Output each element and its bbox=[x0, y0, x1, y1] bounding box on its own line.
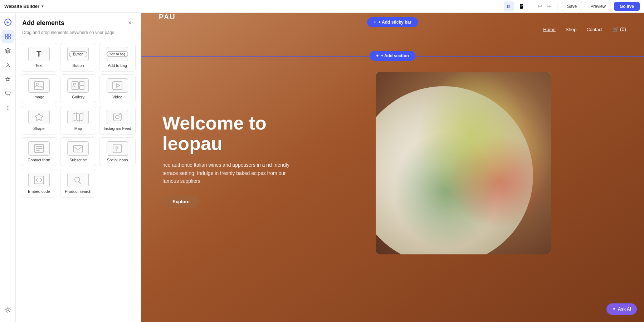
nav-link-shop[interactable]: Shop bbox=[566, 27, 576, 32]
element-icon-map bbox=[67, 110, 89, 124]
ask-ai-label: Ask AI bbox=[618, 307, 631, 312]
food-image-bg bbox=[376, 72, 551, 254]
svg-rect-4 bbox=[8, 37, 10, 39]
sidebar-item-settings[interactable] bbox=[1, 303, 14, 316]
svg-point-10 bbox=[7, 309, 9, 311]
redo-btn[interactable]: ↪ bbox=[545, 2, 553, 10]
element-item-contact-form[interactable]: Contact form bbox=[21, 137, 57, 166]
element-item-product-search[interactable]: Product search bbox=[60, 169, 97, 197]
element-item-button[interactable]: Button Button bbox=[60, 43, 97, 72]
sidebar-item-logo[interactable] bbox=[1, 16, 14, 29]
element-label-social-icons: Social icons bbox=[107, 158, 128, 162]
cart-icon[interactable]: 🛒 (0) bbox=[613, 26, 626, 32]
hero-title: Welcome toleopau bbox=[162, 113, 298, 154]
topbar-left: Website Builder ▾ bbox=[4, 4, 44, 9]
element-icon-instagram-feed bbox=[107, 110, 128, 124]
element-label-map: Map bbox=[74, 126, 82, 131]
element-item-subscribe[interactable]: Subscribe bbox=[60, 137, 97, 166]
element-item-text[interactable]: T Text bbox=[21, 43, 57, 72]
element-label-shape: Shape bbox=[33, 126, 45, 131]
preview-button[interactable]: Preview bbox=[585, 2, 611, 11]
element-label-instagram-feed: Instagram Feed bbox=[104, 126, 131, 131]
ask-ai-button[interactable]: ✦ Ask AI bbox=[606, 303, 637, 315]
element-icon-embed-code bbox=[28, 173, 50, 187]
svg-point-12 bbox=[36, 83, 38, 85]
add-sticky-bar-button[interactable]: + + Add sticky bar bbox=[367, 17, 418, 27]
svg-rect-3 bbox=[5, 37, 8, 39]
element-item-gallery[interactable]: Gallery bbox=[60, 74, 97, 103]
svg-rect-11 bbox=[34, 82, 44, 89]
title-chevron-icon[interactable]: ▾ bbox=[42, 4, 44, 9]
element-label-contact-form: Contact form bbox=[28, 158, 50, 162]
food-image bbox=[376, 72, 551, 254]
svg-rect-16 bbox=[79, 86, 84, 89]
sidebar-item-shop[interactable] bbox=[1, 87, 14, 100]
pasta-overlay bbox=[376, 72, 551, 254]
element-icon-product-search bbox=[67, 173, 89, 187]
svg-point-21 bbox=[119, 114, 121, 115]
element-label-gallery: Gallery bbox=[72, 95, 84, 99]
element-item-shape[interactable]: Shape bbox=[21, 106, 57, 135]
element-item-image[interactable]: Image bbox=[21, 74, 57, 103]
panel-close-button[interactable]: × bbox=[126, 19, 134, 27]
element-icon-shape bbox=[28, 110, 50, 124]
nav-link-contact[interactable]: Contact bbox=[586, 27, 602, 32]
golive-button[interactable]: Go live bbox=[614, 2, 640, 11]
add-section-button[interactable]: + + Add section bbox=[370, 51, 415, 61]
ask-ai-icon: ✦ bbox=[612, 307, 616, 312]
element-item-add-to-bag[interactable]: Add to bag Add to bag bbox=[99, 43, 136, 72]
svg-point-9 bbox=[7, 109, 8, 111]
hero-description: nce authentic Italian wines and appetise… bbox=[162, 161, 298, 185]
undo-btn[interactable]: ↩ bbox=[536, 2, 544, 10]
panel-title: Add elements bbox=[22, 19, 64, 27]
sidebar-item-ai[interactable] bbox=[1, 73, 14, 86]
save-button[interactable]: Save bbox=[562, 2, 582, 11]
element-item-map[interactable]: Map bbox=[60, 106, 97, 135]
element-icon-video bbox=[107, 78, 128, 93]
svg-point-5 bbox=[7, 96, 8, 96]
svg-rect-1 bbox=[5, 34, 8, 36]
element-icon-button: Button bbox=[67, 47, 89, 61]
panel-header: Add elements × bbox=[16, 13, 141, 30]
desktop-view-btn[interactable]: 🖥 bbox=[504, 1, 514, 11]
element-icon-gallery bbox=[67, 78, 89, 93]
sidebar-item-add-elements[interactable] bbox=[1, 30, 14, 43]
element-icon-contact-form bbox=[28, 141, 50, 156]
element-item-embed-code[interactable]: Embed code bbox=[21, 169, 57, 197]
sidebar-item-layers[interactable] bbox=[1, 44, 14, 57]
element-label-embed-code: Embed code bbox=[28, 189, 50, 194]
panel-subtitle: Drag and drop elements anywhere on your … bbox=[16, 30, 141, 40]
topbar-right: 🖥 📱 ↩ ↪ Save Preview Go live bbox=[504, 1, 640, 11]
element-label-subscribe: Subscribe bbox=[69, 158, 87, 162]
icon-sidebar bbox=[0, 13, 16, 322]
canvas-area: + + Add sticky bar + + Add section PAU H… bbox=[141, 13, 644, 322]
element-item-video[interactable]: Video bbox=[99, 74, 136, 103]
add-sticky-bar-plus-icon: + bbox=[374, 20, 376, 25]
svg-rect-17 bbox=[113, 82, 122, 89]
add-sticky-bar-label: + Add sticky bar bbox=[378, 20, 411, 25]
sidebar-item-paint[interactable] bbox=[1, 59, 14, 72]
svg-rect-2 bbox=[8, 34, 10, 36]
element-item-social-icons[interactable]: Social icons bbox=[99, 137, 136, 166]
nav-link-home[interactable]: Home bbox=[543, 27, 556, 32]
element-icon-subscribe bbox=[67, 141, 89, 156]
svg-point-6 bbox=[9, 96, 10, 96]
element-label-product-search: Product search bbox=[65, 189, 92, 194]
svg-rect-13 bbox=[72, 82, 78, 89]
main-area: Add elements × Drag and drop elements an… bbox=[0, 13, 644, 322]
sidebar-item-more[interactable] bbox=[1, 102, 14, 114]
hero-cta-button[interactable]: Explore bbox=[162, 195, 200, 208]
element-label-text: Text bbox=[35, 63, 43, 68]
svg-point-7 bbox=[7, 106, 8, 107]
element-icon-social-icons bbox=[107, 141, 128, 156]
site-nav: Home Shop Contact 🛒 (0) bbox=[141, 26, 644, 32]
svg-point-8 bbox=[7, 108, 8, 109]
element-item-instagram-feed[interactable]: Instagram Feed bbox=[99, 106, 136, 135]
toolbar-divider bbox=[531, 3, 531, 10]
mobile-view-btn[interactable]: 📱 bbox=[517, 1, 527, 11]
add-section-plus-icon: + bbox=[376, 53, 379, 58]
add-section-label: + Add section bbox=[381, 53, 409, 58]
svg-point-14 bbox=[74, 83, 75, 85]
website-preview: + + Add sticky bar + + Add section PAU H… bbox=[141, 13, 644, 322]
hero-content: Welcome toleopau nce authentic Italian w… bbox=[162, 113, 298, 208]
